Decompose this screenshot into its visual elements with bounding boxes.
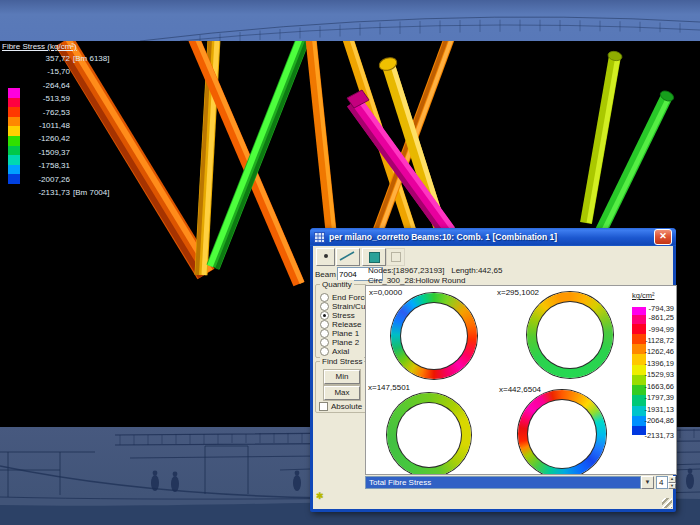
- stress-color-scale: kg/cm² -794,39 -861,25 -994,99 -1128,72 …: [624, 288, 674, 472]
- radio-end-force[interactable]: End Force: [320, 293, 369, 302]
- combobox-dropdown-arrow[interactable]: ▼: [641, 476, 654, 489]
- section-label-4: x=442,6504: [499, 385, 541, 394]
- grid-window-icon: [314, 232, 325, 243]
- beam-section-info: Circ_300_28:Hollow Round: [368, 276, 465, 285]
- beam-nodes-info: Nodes:[18967,23193] Length:442,65: [368, 266, 502, 275]
- section-ring-3: [387, 393, 471, 475]
- min-button[interactable]: Min: [324, 370, 360, 384]
- legend-title: Fibre Stress (kg/cm²): [2, 42, 122, 51]
- section-ring-4: [518, 390, 606, 475]
- section-label-1: x=0,0000: [369, 288, 402, 297]
- radio-plane-2[interactable]: Plane 2: [320, 338, 359, 347]
- section-ring-1: [391, 293, 477, 379]
- legend-values: 357,72[Bm 6138] -15,70 -264,64 -513,59 -…: [2, 52, 122, 199]
- legend-entry: 357,72[Bm 6138]: [2, 52, 122, 65]
- close-button[interactable]: ✕: [654, 229, 672, 245]
- legend-entry: -513,59: [2, 92, 122, 105]
- radio-axial[interactable]: Axial: [320, 347, 349, 356]
- beam-label: Beam: [315, 270, 336, 279]
- legend-entry: -2007,26: [2, 173, 122, 186]
- radio-stress[interactable]: Stress: [320, 311, 355, 320]
- radio-icon[interactable]: [320, 329, 329, 338]
- section-label-3: x=147,5501: [368, 383, 410, 392]
- line-display-button[interactable]: [336, 248, 360, 266]
- dialog-title: per milano_corretto Beams:10: Comb. 1 [C…: [329, 232, 654, 242]
- section-label-2: x=295,1002: [497, 288, 539, 297]
- stress-legend: Fibre Stress (kg/cm²) 357,72[Bm 6138] -1…: [2, 42, 122, 51]
- stress-point-spinner[interactable]: ▲ ▼: [668, 476, 676, 489]
- disabled-display-button: [386, 248, 405, 266]
- dialog-body: Beam Quantity End Force Strain/Curv. Str…: [313, 246, 673, 509]
- background-top-band: [0, 0, 700, 41]
- dome-wireframe-sketch: [0, 0, 700, 41]
- beam-orange-lean: [311, 41, 334, 231]
- resize-grip[interactable]: [662, 498, 672, 508]
- beam-stress-dialog: per milano_corretto Beams:10: Comb. 1 [C…: [310, 228, 676, 512]
- outline-square-icon: [391, 252, 401, 262]
- beam-green-right: [601, 89, 675, 231]
- legend-entry: -1011,48: [2, 119, 122, 132]
- point-icon: [324, 254, 328, 258]
- screen: Fibre Stress (kg/cm²) 357,72[Bm 6138] -1…: [0, 0, 700, 525]
- legend-entry: -2131,73[Bm 7004]: [2, 186, 122, 199]
- radio-plane-1[interactable]: Plane 1: [320, 329, 359, 338]
- legend-entry: -1509,37: [2, 146, 122, 159]
- absolute-checkbox-row[interactable]: Absolute: [319, 402, 362, 411]
- max-button[interactable]: Max: [324, 386, 360, 400]
- radio-icon[interactable]: [320, 293, 329, 302]
- legend-entry: -1758,31: [2, 159, 122, 172]
- section-ring-2: [527, 292, 613, 378]
- status-units-icon: ✱: [316, 491, 324, 501]
- legend-entry: -15,70: [2, 65, 122, 78]
- radio-icon[interactable]: [320, 347, 329, 356]
- quantity-group-label: Quantity: [320, 280, 354, 289]
- dialog-titlebar[interactable]: per milano_corretto Beams:10: Comb. 1 [C…: [310, 228, 676, 246]
- stress-type-combobox[interactable]: Total Fibre Stress: [365, 476, 641, 489]
- spinner-down-icon[interactable]: ▼: [668, 483, 676, 490]
- radio-release[interactable]: Release: [320, 320, 361, 329]
- diagonal-line-icon: [337, 249, 357, 263]
- stress-point-spinner-value[interactable]: 4: [656, 476, 668, 489]
- legend-entry: -762,53: [2, 106, 122, 119]
- filled-square-icon: [369, 252, 380, 263]
- point-display-button[interactable]: [316, 248, 335, 266]
- legend-entry: -1260,42: [2, 132, 122, 145]
- checkbox-icon[interactable]: [319, 402, 328, 411]
- radio-icon-selected[interactable]: [320, 311, 329, 320]
- quantity-group: Quantity End Force Strain/Curv. Stress R…: [315, 284, 367, 358]
- cross-section-canvas[interactable]: x=0,0000 x=295,1002 x=147,5501 x=442,650…: [365, 285, 677, 475]
- filled-display-button[interactable]: [362, 248, 386, 266]
- find-stress-group: Find Stress Min Max Absolute: [315, 361, 367, 413]
- scale-unit-label: kg/cm²: [632, 291, 655, 300]
- legend-entry: -264,64: [2, 79, 122, 92]
- radio-icon[interactable]: [320, 338, 329, 347]
- radio-icon[interactable]: [320, 320, 329, 329]
- radio-icon[interactable]: [320, 302, 329, 311]
- beam-green-left: [210, 41, 307, 269]
- find-stress-label: Find Stress: [320, 357, 364, 366]
